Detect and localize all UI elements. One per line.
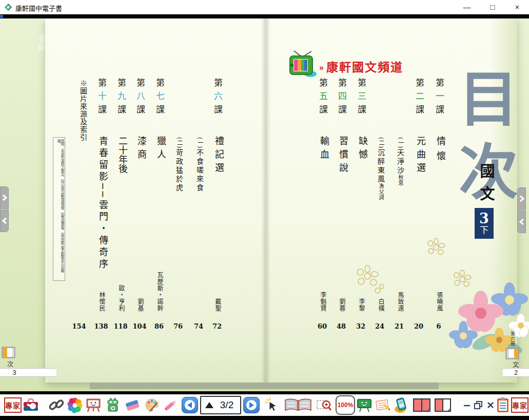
lesson-6-author: 戴聖 — [213, 298, 222, 312]
page-indicator-value[interactable]: 3/2 — [213, 399, 240, 411]
book-viewer: »康軒國文頻道 目次 國文 3 下 第一課 情懷 張曉風 6 第二課 元曲選 2… — [0, 18, 529, 391]
robot-bin-icon[interactable] — [105, 397, 121, 413]
lesson-7-label: 第七課 — [153, 78, 166, 118]
volume-suffix: 下 — [480, 225, 488, 235]
decoration — [0, 15, 3, 18]
lesson-8-author: 劉基 — [136, 298, 145, 312]
prev-page-button[interactable] — [182, 397, 198, 413]
image-credits-index-page: 154 — [68, 322, 90, 330]
page-spine — [261, 18, 270, 383]
chalkboard-icon[interactable] — [356, 397, 373, 413]
open-book-icon[interactable] — [283, 397, 313, 413]
eraser-icon[interactable] — [124, 397, 141, 413]
page-up-icon[interactable] — [205, 402, 213, 408]
window-title: 康軒國中電子書 — [15, 3, 62, 13]
lesson-2-subitem-2-author: 白樸 — [377, 298, 385, 312]
ebook-app: 康軒國中電子書 — □ × — [0, 0, 529, 420]
cover-tab-book-icon[interactable] — [505, 348, 520, 360]
whiteboard-icon[interactable] — [85, 397, 102, 413]
toolbar-restore-icon[interactable] — [473, 400, 483, 410]
lesson-4-author: 劉蓉 — [338, 298, 346, 312]
app-logo-icon — [4, 3, 12, 11]
lesson-7-author: 瓦歷斯・諾幹 — [155, 272, 164, 312]
toc-tab-label[interactable]: 次 — [7, 359, 13, 368]
link-icon[interactable] — [48, 397, 65, 413]
flip-back-button-right[interactable] — [517, 211, 526, 233]
cursor-icon[interactable] — [264, 397, 280, 413]
lesson-5-label: 第五課 — [317, 78, 329, 118]
worksheet-icon[interactable] — [375, 397, 391, 413]
minimize-button[interactable]: — — [459, 2, 475, 13]
book-edge-volume-label: 第六冊 — [510, 331, 516, 347]
tv-logo-icon — [289, 49, 319, 79]
title-bar: 康軒國中電子書 — □ × — [0, 0, 529, 14]
zoom-area-icon[interactable] — [316, 397, 332, 413]
lesson-1-author: 張曉風 — [435, 292, 444, 312]
toc-tab-page-number: 3 — [0, 368, 29, 377]
toolbar-close-icon[interactable] — [485, 400, 496, 410]
close-button[interactable]: × — [510, 2, 525, 13]
lesson-8-title: 漆商 — [134, 136, 148, 163]
channel-label: 康軒國文頻道 — [326, 61, 403, 74]
cover-tab-page-number: 2 — [503, 368, 529, 377]
lesson-7-title: 獵人 — [154, 136, 167, 163]
lesson-5-page: 60 — [311, 322, 334, 330]
lesson-9-label: 第九課 — [115, 78, 128, 118]
lesson-10-page: 138 — [90, 322, 112, 330]
lesson-2-label: 第二課 — [413, 78, 426, 118]
palette-icon[interactable] — [144, 397, 160, 413]
divider — [0, 14, 529, 18]
channel-banner[interactable]: »康軒國文頻道 — [319, 58, 403, 75]
clipboard-icon[interactable] — [496, 397, 510, 413]
expert-mode-button-right[interactable]: 專家 — [511, 397, 528, 413]
maximize-button[interactable]: □ — [485, 2, 500, 13]
copyright-disclaimer: 聲明：本書所選錄之圖文，均已儘可能取得授權，如有疏漏者，尚請原作者主動與本公司聯… — [53, 137, 65, 281]
flip-back-button[interactable] — [0, 209, 9, 232]
flip-forward-button-right[interactable] — [517, 187, 526, 210]
lesson-2-page: 20 — [407, 322, 430, 330]
mobile-sync-icon[interactable] — [393, 397, 409, 413]
highlighter-icon[interactable] — [162, 397, 179, 413]
lesson-9-page: 118 — [109, 322, 132, 330]
page-bottom-scrollbar[interactable] — [90, 383, 439, 389]
zoom-level-button[interactable]: 100% — [336, 395, 355, 415]
lesson-10-label: 第十課 — [95, 78, 108, 118]
toc-tab-book-icon[interactable] — [2, 347, 16, 359]
lesson-2-subitem-1-author: 馬致遠 — [396, 292, 405, 312]
single-page-icon[interactable] — [434, 397, 453, 413]
lesson-5-title: 輸血 — [317, 136, 330, 163]
expert-mode-button-left[interactable]: 專家 — [4, 397, 22, 413]
flip-forward-button[interactable] — [0, 186, 9, 209]
volume-badge: 3 下 — [475, 208, 494, 239]
dual-page-icon[interactable] — [413, 397, 432, 413]
color-wheel-icon[interactable] — [67, 397, 83, 413]
lesson-5-author: 李魁賢 — [319, 292, 327, 312]
viewer-right-margin — [526, 18, 529, 391]
lesson-1-page: 6 — [427, 322, 450, 330]
lesson-6-subitem-1: (一)不食嗟來食 — [194, 137, 205, 193]
subject-title: 國文 — [475, 163, 497, 208]
lesson-4-label: 第四課 — [336, 78, 348, 118]
page-indicator[interactable]: 3/2 — [200, 396, 241, 414]
lesson-7-page: 86 — [148, 322, 170, 330]
next-page-button[interactable] — [243, 397, 260, 413]
toolbox-icon[interactable] — [23, 397, 39, 413]
chevron-right-icon: » — [319, 63, 325, 72]
lesson-6-subitem-1-page: 74 — [187, 322, 210, 330]
lesson-9-title: 二十年後 — [115, 136, 129, 173]
cover-tab-label[interactable]: 文 — [513, 360, 519, 369]
lesson-2-title: 元曲選 — [414, 136, 427, 176]
toolbar: 專家 — [0, 394, 529, 416]
lesson-1-title: 情懷 — [434, 136, 447, 166]
lesson-2-subitem-1-page: 21 — [388, 322, 410, 330]
divider — [0, 416, 529, 420]
lesson-3-title: 缺憾 — [356, 136, 369, 163]
toolbar-minimize-icon[interactable] — [462, 400, 472, 410]
lesson-3-author: 李黎 — [357, 298, 366, 312]
lesson-10-author: 林懷民 — [97, 292, 106, 312]
lesson-4-title: 習慣說 — [336, 136, 349, 176]
volume-number: 3 — [479, 212, 489, 225]
lesson-2-subitem-2: (二)沉醉東風漁父詞 — [376, 137, 386, 201]
lesson-6-subitem-2: (二)苛政猛於虎 — [174, 137, 184, 193]
lesson-10-title: 青春留影──雲門・傳奇序 — [96, 136, 109, 271]
